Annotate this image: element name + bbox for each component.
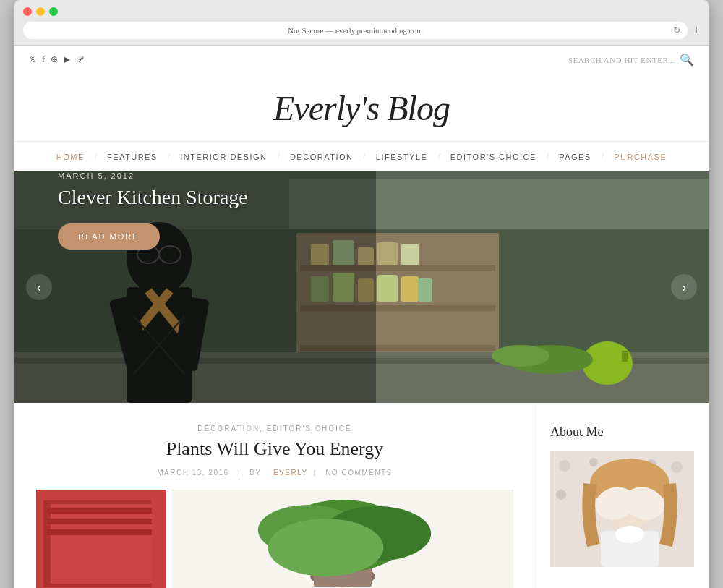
top-bar: 𝕏 f ⊕ ▶ 𝒫 SEARCH AND HIT ENTER... 🔍 xyxy=(14,46,709,74)
svg-point-64 xyxy=(615,526,644,543)
post-date: MARCH 13, 2016 xyxy=(157,469,228,477)
svg-point-50 xyxy=(589,458,598,466)
svg-point-47 xyxy=(268,519,383,576)
nav-lifestyle[interactable]: LIFESTYLE xyxy=(366,153,438,161)
svg-point-49 xyxy=(559,460,570,472)
slider-next-button[interactable]: › xyxy=(671,274,697,300)
refresh-icon[interactable]: ↻ xyxy=(673,25,680,36)
svg-rect-15 xyxy=(377,275,398,302)
hero-content: MARCH 5, 2012 Clever Kitchen Storage REA… xyxy=(14,171,709,250)
browser-chrome: Not Secure — everly.premiumcoding.com ↻ … xyxy=(14,0,709,46)
nav-decoration[interactable]: DECORATION xyxy=(280,153,364,161)
social-icons: 𝕏 f ⊕ ▶ 𝒫 xyxy=(29,54,82,65)
hero-slider: MARCH 5, 2012 Clever Kitchen Storage REA… xyxy=(14,171,709,403)
about-me-image[interactable] xyxy=(550,451,694,567)
youtube-icon[interactable]: ▶ xyxy=(64,54,70,65)
maximize-dot[interactable] xyxy=(49,7,58,16)
nav-editors-choice[interactable]: EDITOR'S CHOICE xyxy=(440,153,547,161)
post-image-books[interactable] xyxy=(36,490,166,588)
nav-pages[interactable]: PAGES xyxy=(549,153,602,161)
svg-point-54 xyxy=(556,490,566,500)
svg-rect-17 xyxy=(418,278,432,302)
svg-rect-16 xyxy=(401,276,419,302)
nav-home[interactable]: HOME xyxy=(46,153,95,161)
svg-point-53 xyxy=(671,461,683,473)
search-icon[interactable]: 🔍 xyxy=(680,53,694,67)
minimize-dot[interactable] xyxy=(36,7,45,16)
svg-rect-40 xyxy=(47,529,152,535)
site-title-area: Everly's Blog xyxy=(14,74,709,142)
read-more-button[interactable]: READ MORE xyxy=(58,223,160,250)
post-images xyxy=(36,490,513,588)
sidebar: About Me xyxy=(535,403,709,588)
svg-rect-39 xyxy=(47,519,152,524)
nav-interior-design[interactable]: INTERIOR DESIGN xyxy=(170,153,277,161)
nav-features[interactable]: FEATURES xyxy=(97,153,168,161)
post-author[interactable]: EVERLY xyxy=(273,469,308,477)
slider-prev-button[interactable]: ‹ xyxy=(26,274,52,300)
nav-purchase[interactable]: PURCHASE xyxy=(604,153,677,161)
post-image-plant[interactable] xyxy=(172,490,513,588)
meta-sep-2: | xyxy=(314,469,320,477)
main-nav: HOME / FEATURES / INTERIOR DESIGN / DECO… xyxy=(14,142,709,171)
search-hint: SEARCH AND HIT ENTER... xyxy=(568,56,675,64)
hero-date: MARCH 5, 2012 xyxy=(58,171,665,180)
post-title[interactable]: Plants Will Give You Energy xyxy=(36,438,513,460)
website-content: 𝕏 f ⊕ ▶ 𝒫 SEARCH AND HIT ENTER... 🔍 Ever… xyxy=(14,46,709,588)
svg-rect-38 xyxy=(47,508,152,514)
about-me-title: About Me xyxy=(550,425,694,440)
browser-window: Not Secure — everly.premiumcoding.com ↻ … xyxy=(14,0,709,588)
pinterest-icon[interactable]: 𝒫 xyxy=(76,54,82,65)
svg-point-23 xyxy=(492,345,549,367)
post-categories: DECORATION, EDITOR'S CHOICE xyxy=(36,425,513,433)
address-text: Not Secure — everly.premiumcoding.com xyxy=(288,26,423,35)
meta-sep-1: | xyxy=(238,469,244,477)
main-content: DECORATION, EDITOR'S CHOICE Plants Will … xyxy=(14,403,535,588)
twitter-icon[interactable]: 𝕏 xyxy=(29,54,36,65)
site-title[interactable]: Everly's Blog xyxy=(14,88,709,128)
close-dot[interactable] xyxy=(23,7,32,16)
new-tab-button[interactable]: + xyxy=(693,24,700,37)
address-bar[interactable]: Not Secure — everly.premiumcoding.com ↻ xyxy=(23,22,688,39)
site-header: 𝕏 f ⊕ ▶ 𝒫 SEARCH AND HIT ENTER... 🔍 Ever… xyxy=(14,46,709,142)
content-area: DECORATION, EDITOR'S CHOICE Plants Will … xyxy=(14,403,709,588)
post-comments[interactable]: NO COMMENTS xyxy=(325,469,393,477)
facebook-icon[interactable]: f xyxy=(42,54,45,65)
browser-dots xyxy=(23,7,700,16)
svg-rect-21 xyxy=(622,351,628,362)
post-by-label: BY xyxy=(249,469,261,477)
post-meta: MARCH 13, 2016 | BY EVERLY | NO COMMENTS xyxy=(36,469,513,477)
svg-rect-37 xyxy=(51,504,152,584)
instagram-icon[interactable]: ⊕ xyxy=(51,54,58,65)
search-area: SEARCH AND HIT ENTER... 🔍 xyxy=(568,53,694,67)
hero-title: Clever Kitchen Storage xyxy=(58,186,665,209)
